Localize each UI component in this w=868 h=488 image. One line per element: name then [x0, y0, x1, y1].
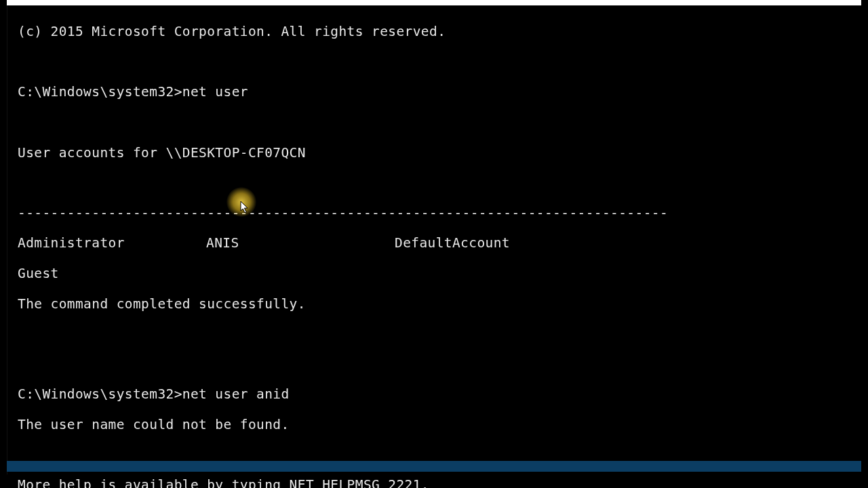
user-cell: ANIS: [206, 236, 395, 251]
command-input: net user: [182, 84, 248, 100]
blank-line: [18, 357, 852, 372]
command-input: net user anid: [182, 386, 290, 402]
user-cell: Guest: [18, 266, 206, 281]
error-notfound: The user name could not be found.: [18, 418, 852, 432]
user-cell: DefaultAccount: [395, 236, 510, 251]
copyright-line: (c) 2015 Microsoft Corporation. All righ…: [18, 24, 852, 39]
divider-line: ----------------------------------------…: [18, 206, 852, 221]
terminal-output[interactable]: (c) 2015 Microsoft Corporation. All righ…: [18, 9, 852, 488]
blank-line: [18, 115, 852, 130]
user-row: Guest: [18, 266, 852, 281]
blank-line: [18, 448, 852, 463]
prompt: C:\Windows\system32>: [18, 386, 182, 402]
user-row: AdministratorANISDefaultAccount: [18, 236, 852, 251]
prompt: C:\Windows\system32>: [18, 84, 182, 100]
prompt-line-2: C:\Windows\system32>net user anid: [18, 387, 852, 402]
accounts-header: User accounts for \\DESKTOP-CF07QCN: [18, 146, 852, 161]
prompt-line-1: C:\Windows\system32>net user: [18, 85, 852, 100]
completed-line: The command completed successfully.: [18, 297, 852, 312]
blank-line: [18, 55, 852, 70]
error-help: More help is available by typing NET HEL…: [18, 478, 852, 488]
blank-line: [18, 327, 852, 342]
user-cell: Administrator: [18, 236, 206, 251]
blank-line: [18, 176, 852, 190]
window-top-border: [7, 0, 861, 5]
